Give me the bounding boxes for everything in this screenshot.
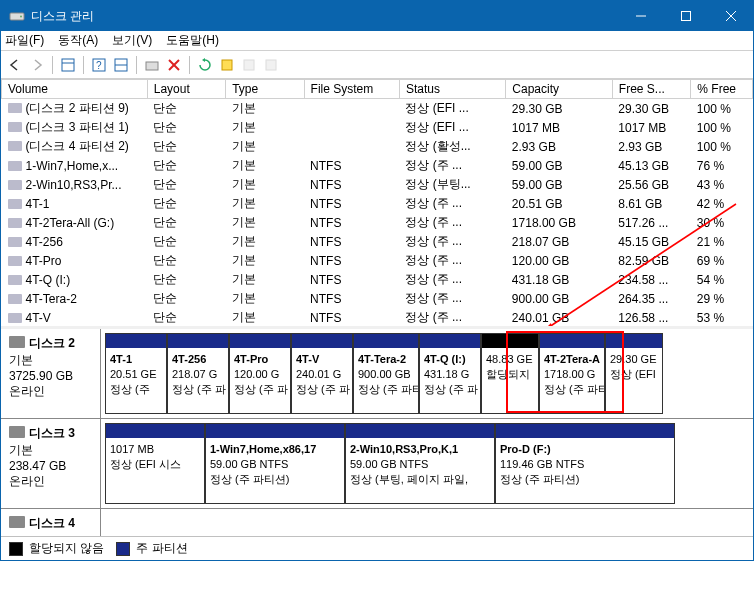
action2-icon[interactable] bbox=[261, 55, 281, 75]
back-icon[interactable] bbox=[5, 55, 25, 75]
disk-management-icon bbox=[9, 8, 25, 24]
menu-view[interactable]: 보기(V) bbox=[112, 32, 152, 49]
volume-list[interactable]: Volume Layout Type File System Status Ca… bbox=[1, 79, 753, 329]
legend-primary-icon bbox=[116, 542, 130, 556]
col-pctfree[interactable]: % Free bbox=[691, 80, 753, 99]
svg-point-1 bbox=[20, 16, 22, 18]
table-row[interactable]: 4T-Q (I:)단순기본NTFS정상 (주 ...431.18 GB234.5… bbox=[2, 270, 753, 289]
legend-unallocated-icon bbox=[9, 542, 23, 556]
volume-icon bbox=[8, 313, 22, 323]
forward-icon[interactable] bbox=[27, 55, 47, 75]
partition[interactable]: 4T-Tera-2900.00 GB정상 (주 파티 bbox=[353, 333, 419, 414]
table-row[interactable]: 4T-256단순기본NTFS정상 (주 ...218.07 GB45.15 GB… bbox=[2, 232, 753, 251]
table-row[interactable]: 4T-2Tera-All (G:)단순기본NTFS정상 (주 ...1718.0… bbox=[2, 213, 753, 232]
volume-icon bbox=[8, 256, 22, 266]
disk-row: 디스크 3기본238.47 GB온라인1017 MB정상 (EFI 시스1-Wi… bbox=[1, 419, 753, 509]
partition[interactable]: 2-Win10,RS3,Pro,K,159.00 GB NTFS정상 (부팅, … bbox=[345, 423, 495, 504]
delete-icon[interactable] bbox=[164, 55, 184, 75]
table-row[interactable]: (디스크 3 파티션 1)단순기본정상 (EFI ...1017 MB1017 … bbox=[2, 118, 753, 137]
col-layout[interactable]: Layout bbox=[147, 80, 225, 99]
legend-primary-label: 주 파티션 bbox=[136, 540, 187, 557]
partition[interactable]: 1-Win7,Home,x86,1759.00 GB NTFS정상 (주 파티션… bbox=[205, 423, 345, 504]
table-row[interactable]: 4T-V단순기본NTFS정상 (주 ...240.01 GB126.58 ...… bbox=[2, 308, 753, 327]
partition[interactable]: 4T-2Tera-A1718.00 G정상 (주 파티 bbox=[539, 333, 605, 414]
table-row[interactable]: (디스크 4 파티션 2)단순기본정상 (활성...2.93 GB2.93 GB… bbox=[2, 137, 753, 156]
action1-icon[interactable] bbox=[239, 55, 259, 75]
refresh-icon[interactable] bbox=[195, 55, 215, 75]
svg-rect-6 bbox=[62, 59, 74, 71]
partition[interactable]: 4T-Q (I:)431.18 G정상 (주 파 bbox=[419, 333, 481, 414]
partition[interactable]: 48.83 GE할당되지 bbox=[481, 333, 539, 414]
minimize-button[interactable] bbox=[618, 1, 663, 31]
menu-help[interactable]: 도움말(H) bbox=[166, 32, 219, 49]
col-free[interactable]: Free S... bbox=[612, 80, 690, 99]
volume-icon bbox=[8, 199, 22, 209]
legend: 할당되지 않음 주 파티션 bbox=[1, 536, 753, 560]
table-row[interactable]: 4T-Tera-2단순기본NTFS정상 (주 ...900.00 GB264.3… bbox=[2, 289, 753, 308]
partition[interactable]: 4T-120.51 GE정상 (주 bbox=[105, 333, 167, 414]
col-fs[interactable]: File System bbox=[304, 80, 399, 99]
svg-rect-16 bbox=[244, 60, 254, 70]
col-volume[interactable]: Volume bbox=[2, 80, 148, 99]
view1-icon[interactable] bbox=[58, 55, 78, 75]
disk-row: 디스크 2기본3725.90 GB온라인4T-120.51 GE정상 (주4T-… bbox=[1, 329, 753, 419]
table-row[interactable]: 1-Win7,Home,x...단순기본NTFS정상 (주 ...59.00 G… bbox=[2, 156, 753, 175]
partition[interactable]: 4T-Pro120.00 G정상 (주 파 bbox=[229, 333, 291, 414]
col-status[interactable]: Status bbox=[399, 80, 505, 99]
disk-info[interactable]: 디스크 4 bbox=[1, 509, 101, 536]
titlebar[interactable]: 디스크 관리 bbox=[1, 1, 753, 31]
close-button[interactable] bbox=[708, 1, 753, 31]
menubar: 파일(F) 동작(A) 보기(V) 도움말(H) bbox=[1, 31, 753, 51]
window-title: 디스크 관리 bbox=[31, 8, 618, 25]
disk-icon bbox=[9, 426, 25, 438]
volume-icon bbox=[8, 180, 22, 190]
disk-info[interactable]: 디스크 2기본3725.90 GB온라인 bbox=[1, 329, 101, 418]
svg-rect-17 bbox=[266, 60, 276, 70]
partition[interactable]: 4T-V240.01 G정상 (주 파 bbox=[291, 333, 353, 414]
disk-icon bbox=[9, 516, 25, 528]
toolbar: ? bbox=[1, 51, 753, 79]
svg-rect-12 bbox=[146, 62, 158, 70]
view2-icon[interactable] bbox=[111, 55, 131, 75]
volume-icon bbox=[8, 218, 22, 228]
volume-icon bbox=[8, 275, 22, 285]
volume-icon bbox=[8, 294, 22, 304]
table-row[interactable]: 4T-Pro단순기본NTFS정상 (주 ...120.00 GB82.59 GB… bbox=[2, 251, 753, 270]
svg-rect-3 bbox=[681, 12, 690, 21]
table-row[interactable]: (디스크 2 파티션 9)단순기본정상 (EFI ...29.30 GB29.3… bbox=[2, 99, 753, 119]
properties-icon[interactable] bbox=[142, 55, 162, 75]
col-type[interactable]: Type bbox=[226, 80, 304, 99]
partition[interactable]: Pro-D (F:)119.46 GB NTFS정상 (주 파티션) bbox=[495, 423, 675, 504]
maximize-button[interactable] bbox=[663, 1, 708, 31]
partition[interactable]: 29.30 GE정상 (EFI bbox=[605, 333, 663, 414]
table-row[interactable]: 2-Win10,RS3,Pr...단순기본NTFS정상 (부팅...59.00 … bbox=[2, 175, 753, 194]
partition[interactable]: 4T-256218.07 G정상 (주 파 bbox=[167, 333, 229, 414]
volume-icon bbox=[8, 122, 22, 132]
menu-file[interactable]: 파일(F) bbox=[5, 32, 44, 49]
volume-icon bbox=[8, 237, 22, 247]
volume-icon bbox=[8, 141, 22, 151]
col-capacity[interactable]: Capacity bbox=[506, 80, 612, 99]
volume-icon bbox=[8, 103, 22, 113]
new-icon[interactable] bbox=[217, 55, 237, 75]
disk-layout[interactable]: 디스크 2기본3725.90 GB온라인4T-120.51 GE정상 (주4T-… bbox=[1, 329, 753, 536]
disk-info[interactable]: 디스크 3기본238.47 GB온라인 bbox=[1, 419, 101, 508]
help-icon[interactable]: ? bbox=[89, 55, 109, 75]
menu-action[interactable]: 동작(A) bbox=[58, 32, 98, 49]
legend-unallocated-label: 할당되지 않음 bbox=[29, 540, 104, 557]
disk-icon bbox=[9, 336, 25, 348]
svg-rect-15 bbox=[222, 60, 232, 70]
table-row[interactable]: 4T-1단순기본NTFS정상 (주 ...20.51 GB8.61 GB42 % bbox=[2, 194, 753, 213]
volume-icon bbox=[8, 161, 22, 171]
disk-row: 디스크 4 bbox=[1, 509, 753, 536]
partition[interactable]: 1017 MB정상 (EFI 시스 bbox=[105, 423, 205, 504]
svg-text:?: ? bbox=[96, 60, 102, 71]
